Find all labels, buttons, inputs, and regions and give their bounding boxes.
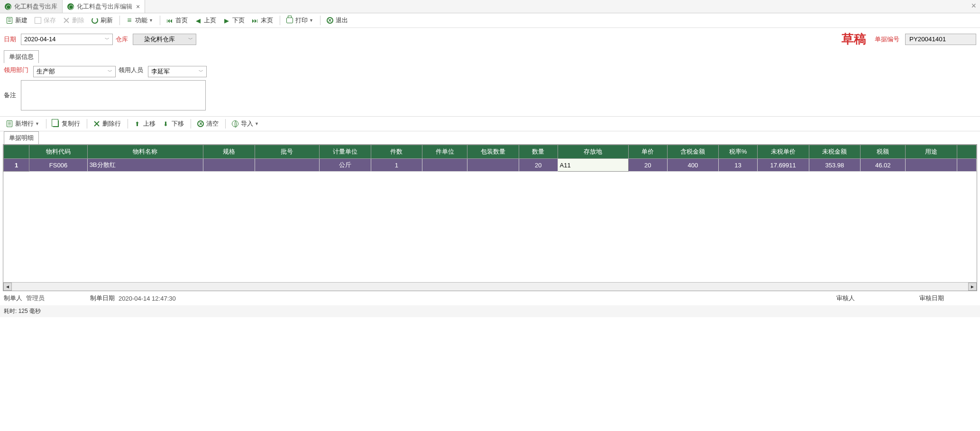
cell[interactable]: FS006 [29,159,87,172]
remark-textarea[interactable] [21,80,206,110]
col-header[interactable]: 税额 [861,145,906,159]
copy-row-button[interactable]: 复制行 [49,119,83,129]
section-tab-detail[interactable]: 单据明细 [4,131,39,144]
table-row[interactable]: 1FS0063B分散红公斤120204001317.69911353.9846.… [4,159,977,172]
cell[interactable]: 公斤 [319,159,371,172]
cell-spacer [957,159,977,172]
exit-button[interactable]: 退出 [323,15,351,26]
move-up-button[interactable]: 上移 [131,119,158,129]
close-icon[interactable]: × [136,3,140,10]
cell-editing[interactable] [558,159,628,172]
warehouse-input[interactable] [133,34,185,45]
tab-inventory-loss[interactable]: 化工料盘亏出库 [0,0,63,13]
col-header[interactable]: 规格 [203,145,255,159]
print-icon [286,18,293,23]
tab-label: 化工料盘亏出库编辑 [77,2,132,11]
main-toolbar: 新建 保存 删除 刷新 功能▼ 首页 上页 下页 末页 打印▼ 退出 [0,13,980,28]
clear-icon [197,120,204,127]
col-header[interactable]: 未税单价 [757,145,809,159]
cell[interactable]: 13 [719,159,758,172]
col-header[interactable]: 存放地 [558,145,628,159]
chevron-down-icon[interactable]: ﹀ [196,68,206,75]
cell[interactable] [203,159,255,172]
cell[interactable] [255,159,319,172]
refresh-button[interactable]: 刷新 [88,15,116,26]
dept-label: 领用部门 [4,66,30,74]
scroll-right-icon[interactable]: ► [968,283,977,291]
warehouse-field[interactable]: ﹀ [133,34,196,45]
delete-row-button[interactable]: 删除行 [90,119,124,129]
up-icon [134,120,141,128]
last-page-button[interactable]: 末页 [248,15,276,26]
grid-container: 物料代码物料名称规格批号计量单位件数件单位包装数量数量存放地单价含税金额税率%未… [3,144,977,291]
import-button[interactable]: 导入▼ [229,119,262,129]
col-header[interactable]: 物料代码 [29,145,87,159]
scroll-left-icon[interactable]: ◄ [3,283,12,291]
doc-no-field[interactable] [905,34,976,45]
cell[interactable] [906,159,957,172]
date-field[interactable]: ﹀ [21,34,113,45]
chevron-down-icon[interactable]: ﹀ [102,36,112,43]
chevron-down-icon: ▼ [35,121,39,126]
date-input[interactable] [21,34,102,45]
cell[interactable]: 46.02 [861,159,906,172]
col-header[interactable]: 件数 [371,145,422,159]
clear-button[interactable]: 清空 [194,119,221,129]
cell[interactable]: 17.69911 [757,159,809,172]
copy-icon [53,120,59,127]
person-label: 领用人员 [119,66,145,74]
warehouse-label: 仓库 [116,35,130,44]
col-header[interactable]: 税率% [719,145,758,159]
dept-field[interactable]: ﹀ [33,66,116,77]
col-header[interactable]: 计量单位 [319,145,371,159]
cell[interactable]: 400 [667,159,719,172]
col-header[interactable]: 物料名称 [87,145,203,159]
new-button[interactable]: 新建 [3,15,30,26]
cell-input[interactable] [558,159,628,171]
next-icon [223,17,230,24]
row-number[interactable]: 1 [4,159,29,172]
next-page-button[interactable]: 下页 [220,15,247,26]
move-down-button[interactable]: 下移 [159,119,187,129]
col-rownum[interactable] [4,145,29,159]
save-button: 保存 [31,15,59,26]
section-tab-docinfo[interactable]: 单据信息 [4,50,39,63]
draft-watermark: 草稿 [842,31,866,47]
add-row-button[interactable]: 新增行▼ [3,119,42,129]
prev-icon [194,17,202,24]
chevron-down-icon[interactable]: ﹀ [105,68,115,75]
footer: 制单人 管理员 制单日期 2020-04-14 12:47:30 审核人 审核日… [0,291,980,305]
function-button[interactable]: 功能▼ [123,15,156,26]
horizontal-scrollbar[interactable]: ◄ ► [3,282,977,291]
col-header[interactable]: 未税金额 [809,145,861,159]
window-close-icon[interactable]: × [971,1,976,11]
chevron-down-icon[interactable]: ﹀ [185,36,196,43]
create-date-value: 2020-04-14 12:47:30 [119,295,176,302]
col-header[interactable]: 件单位 [422,145,467,159]
prev-page-button[interactable]: 上页 [192,15,219,26]
detail-grid[interactable]: 物料代码物料名称规格批号计量单位件数件单位包装数量数量存放地单价含税金额税率%未… [3,145,977,172]
person-input[interactable] [148,66,196,77]
cell[interactable] [422,159,467,172]
person-field[interactable]: ﹀ [148,66,207,77]
first-page-button[interactable]: 首页 [163,15,191,26]
chevron-down-icon: ▼ [149,18,153,23]
col-header[interactable]: 包装数量 [467,145,519,159]
col-header[interactable]: 批号 [255,145,319,159]
cell[interactable]: 1 [371,159,422,172]
cell[interactable]: 20 [629,159,668,172]
tab-inventory-loss-edit[interactable]: 化工料盘亏出库编辑 × [63,0,145,13]
print-button[interactable]: 打印▼ [283,15,316,26]
tab-label: 化工料盘亏出库 [14,2,57,11]
cell[interactable]: 353.98 [809,159,861,172]
col-header[interactable]: 单价 [629,145,668,159]
doc-info-form: 领用部门 ﹀ 领用人员 ﹀ 备注 [0,63,980,116]
col-header[interactable]: 含税金额 [667,145,719,159]
col-header[interactable]: 数量 [519,145,558,159]
cell[interactable] [467,159,519,172]
cell[interactable]: 20 [519,159,558,172]
dept-input[interactable] [34,66,105,77]
first-icon [166,17,174,24]
cell[interactable]: 3B分散红 [87,159,203,172]
col-header[interactable]: 用途 [906,145,957,159]
